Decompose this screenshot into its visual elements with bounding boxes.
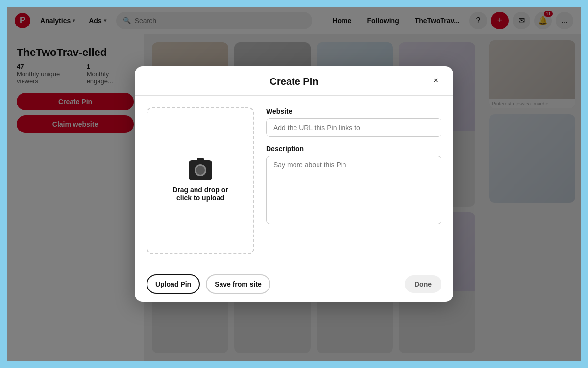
drag-drop-text: Drag and drop or click to upload — [172, 186, 228, 202]
modal-footer: Upload Pin Save from site Done — [135, 266, 453, 302]
app-frame: P Analytics ▾ Ads ▾ 🔍 Home Following The… — [0, 0, 588, 368]
description-group: Description — [266, 145, 441, 224]
website-group: Website — [266, 107, 441, 137]
camera-bump — [197, 158, 204, 161]
modal-title: Create Pin — [270, 76, 318, 87]
click-upload-text: click to upload — [176, 194, 224, 202]
done-button[interactable]: Done — [405, 275, 441, 293]
save-from-site-tab[interactable]: Save from site — [206, 274, 270, 294]
upload-instruction: Drag and drop or click to upload — [172, 186, 228, 202]
upload-pin-tab[interactable]: Upload Pin — [147, 274, 200, 294]
modal-header: Create Pin × — [135, 66, 453, 96]
modal-body: Drag and drop or click to upload Website — [135, 96, 453, 266]
website-label: Website — [266, 107, 441, 115]
drag-text: Drag and drop or — [172, 186, 228, 194]
modal-close-button[interactable]: × — [428, 73, 443, 89]
description-textarea[interactable] — [266, 156, 441, 224]
website-input[interactable] — [266, 118, 441, 137]
camera-icon — [189, 160, 212, 180]
pin-form: Website Description — [266, 107, 441, 254]
description-label: Description — [266, 145, 441, 153]
upload-dropzone[interactable]: Drag and drop or click to upload — [147, 107, 254, 254]
page-background: P Analytics ▾ Ads ▾ 🔍 Home Following The… — [7, 7, 581, 361]
modal-overlay[interactable]: Create Pin × Drag and — [7, 7, 581, 361]
create-pin-modal: Create Pin × Drag and — [135, 66, 453, 302]
